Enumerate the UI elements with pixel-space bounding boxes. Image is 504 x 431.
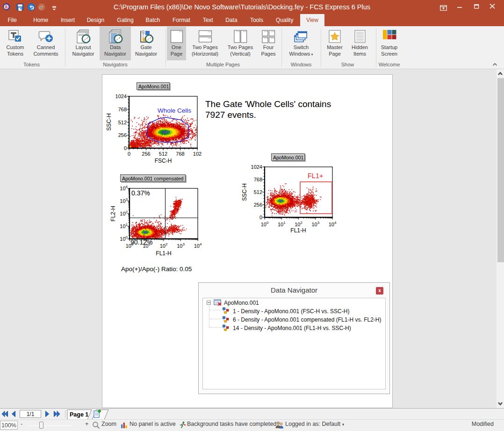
svg-text:512: 512	[254, 189, 262, 195]
svg-text:100: 100	[120, 235, 128, 242]
svg-text:256: 256	[142, 151, 150, 157]
svg-text:0.37%: 0.37%	[131, 189, 150, 197]
svg-text:FL2-H: FL2-H	[110, 206, 116, 221]
svg-text:FSC-H: FSC-H	[155, 158, 172, 164]
svg-text:90.12%: 90.12%	[130, 238, 152, 246]
svg-text:104: 104	[194, 242, 202, 249]
svg-text:102: 102	[193, 151, 202, 157]
svg-text:768: 768	[254, 177, 262, 182]
svg-text:Page 1: Page 1	[70, 411, 88, 418]
svg-text:102: 102	[295, 221, 302, 227]
svg-text:256: 256	[118, 132, 127, 138]
svg-text:FL1-H: FL1-H	[290, 227, 306, 234]
svg-text:1024: 1024	[115, 93, 127, 99]
svg-text:101: 101	[278, 221, 286, 227]
svg-text:100: 100	[261, 221, 269, 227]
svg-text:SSC-H: SSC-H	[241, 183, 248, 201]
svg-text:768: 768	[176, 151, 184, 157]
svg-text:512: 512	[159, 151, 167, 157]
svg-text:102: 102	[160, 242, 168, 249]
svg-text:SSC-H: SSC-H	[106, 113, 112, 130]
svg-text:256: 256	[254, 202, 262, 208]
svg-text:FL1+: FL1+	[308, 172, 323, 180]
svg-text:512: 512	[118, 120, 127, 125]
svg-text:103: 103	[311, 221, 319, 227]
svg-text:103: 103	[120, 197, 128, 204]
svg-text:0: 0	[128, 151, 130, 157]
svg-text:768: 768	[118, 107, 127, 112]
svg-text:103: 103	[177, 242, 185, 249]
svg-text:101: 101	[120, 223, 128, 229]
svg-text:FL1-H: FL1-H	[156, 250, 171, 257]
svg-text:104: 104	[120, 185, 128, 191]
svg-text:0: 0	[259, 215, 262, 220]
svg-text:0: 0	[124, 145, 127, 151]
svg-text:Whole Cells: Whole Cells	[158, 107, 191, 114]
svg-text:104: 104	[329, 221, 337, 227]
svg-text:102: 102	[120, 210, 128, 216]
svg-text:1024: 1024	[251, 164, 262, 170]
